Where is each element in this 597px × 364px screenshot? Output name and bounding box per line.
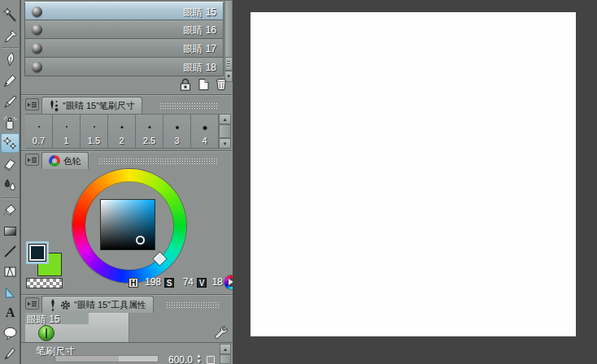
tool-blend[interactable] bbox=[1, 176, 20, 195]
brush-size-slider[interactable] bbox=[54, 355, 159, 362]
line-icon bbox=[2, 244, 18, 259]
brush-size-panel-title: "眼睛 15"笔刷尺寸 bbox=[63, 100, 135, 112]
subtool-scrollbar-thumb[interactable] bbox=[224, 57, 233, 71]
subtool-label: 眼睛 17 bbox=[183, 42, 216, 56]
magic-wand-icon bbox=[2, 7, 18, 23]
tool-gradient[interactable] bbox=[1, 221, 20, 240]
tool-property-menu-button[interactable] bbox=[25, 297, 39, 310]
header-texture bbox=[159, 102, 219, 110]
tool-brush[interactable] bbox=[1, 92, 20, 111]
foreground-color-swatch[interactable] bbox=[26, 241, 49, 264]
canvas[interactable] bbox=[251, 12, 576, 336]
trash-icon bbox=[214, 77, 229, 92]
sv-cursor[interactable] bbox=[136, 236, 145, 245]
size-preview-dot bbox=[148, 126, 150, 128]
dynamics-toggle-button[interactable] bbox=[207, 356, 215, 364]
subtool-label: 眼睛 16 bbox=[183, 24, 216, 37]
pencil-icon bbox=[2, 73, 18, 89]
tool-airbrush[interactable] bbox=[1, 113, 20, 132]
color-panel-menu-button[interactable] bbox=[25, 154, 39, 166]
property-scrollbar[interactable] bbox=[220, 354, 231, 364]
brush-size-option[interactable]: 1.5 bbox=[81, 114, 108, 149]
brush-icon bbox=[2, 94, 18, 110]
hue-key[interactable]: H bbox=[129, 278, 138, 288]
wrench-icon bbox=[212, 324, 229, 340]
subtool-preview-box[interactable]: 眼睛 15 bbox=[25, 313, 129, 342]
subtool-row[interactable]: 眼睛 18 bbox=[24, 58, 224, 76]
tool-object[interactable] bbox=[1, 283, 20, 302]
brush-size-scroll-down-button[interactable]: ▼ bbox=[219, 138, 231, 149]
delete-subtool-button[interactable] bbox=[214, 77, 229, 92]
size-preview-dot bbox=[66, 126, 68, 128]
brush-size-option[interactable]: 4 bbox=[191, 114, 219, 149]
object-arrow-icon bbox=[2, 285, 18, 301]
new-subtool-button[interactable] bbox=[196, 77, 211, 92]
airbrush-icon bbox=[2, 115, 18, 131]
tab-brush-size[interactable]: "眼睛 15"笔刷尺寸 bbox=[41, 97, 142, 114]
spinner-down-button[interactable]: ▼ bbox=[196, 358, 202, 364]
subtool-row[interactable]: 眼睛 17 bbox=[24, 39, 224, 58]
value-value[interactable]: 18 bbox=[205, 276, 223, 288]
tool-magic-wand[interactable] bbox=[1, 5, 20, 24]
text-tool-icon: A bbox=[6, 306, 15, 319]
tab-tool-property[interactable]: "眼睛 15"工具属性 bbox=[41, 296, 154, 313]
brush-tip-tab-icon bbox=[49, 298, 57, 311]
header-texture bbox=[98, 158, 219, 165]
tool-pencil[interactable] bbox=[1, 71, 20, 90]
tool-line-correction[interactable] bbox=[1, 344, 20, 363]
gradient-icon bbox=[2, 223, 18, 239]
size-preview-dot bbox=[38, 126, 40, 128]
spinner-up-button[interactable]: ▲ bbox=[196, 353, 202, 358]
tool-decoration[interactable] bbox=[1, 133, 20, 153]
brush-size-panel-menu-button[interactable] bbox=[25, 98, 39, 110]
tool-settings-button[interactable] bbox=[212, 324, 229, 340]
brush-tip-icon bbox=[32, 6, 42, 17]
lock-icon bbox=[178, 77, 193, 92]
brush-size-option[interactable]: 0.7 bbox=[25, 114, 53, 149]
tool-text[interactable]: A bbox=[1, 303, 20, 323]
brush-size-option[interactable]: 2 bbox=[108, 114, 136, 149]
saturation-value-picker[interactable] bbox=[100, 199, 155, 250]
hue-value[interactable]: 198 bbox=[138, 276, 161, 288]
brush-size-icon bbox=[49, 99, 59, 112]
size-value: 3 bbox=[163, 136, 190, 145]
tab-color-wheel[interactable]: 色轮 bbox=[41, 152, 89, 169]
color-wheel-tab-icon bbox=[49, 155, 60, 167]
eraser-icon bbox=[2, 157, 18, 172]
lock-button[interactable] bbox=[178, 77, 193, 92]
tool-frame[interactable] bbox=[1, 262, 20, 281]
tool-property-title: "眼睛 15"工具属性 bbox=[74, 299, 146, 311]
tool-eyedropper[interactable] bbox=[1, 27, 20, 46]
size-value: 2.5 bbox=[136, 136, 163, 145]
property-scroll-up-button[interactable]: ▲ bbox=[220, 344, 231, 354]
brush-size-scroll-up-button[interactable]: ▲ bbox=[219, 114, 231, 124]
size-value: 1.5 bbox=[81, 136, 107, 145]
tool-line[interactable] bbox=[1, 241, 20, 261]
brush-size-option[interactable]: 3 bbox=[163, 114, 191, 149]
tool-balloon[interactable] bbox=[1, 323, 20, 343]
transparent-color-swatch[interactable] bbox=[26, 278, 63, 288]
tool-eraser[interactable] bbox=[1, 154, 20, 174]
gear-icon bbox=[60, 300, 71, 310]
brush-size-option[interactable]: 2.5 bbox=[136, 114, 163, 149]
workspace-background bbox=[233, 0, 597, 364]
tool-bucket[interactable] bbox=[1, 200, 20, 219]
subtool-row[interactable]: 眼睛 15 bbox=[24, 2, 224, 20]
subtool-row[interactable]: 眼睛 16 bbox=[24, 20, 224, 39]
brush-tip-icon bbox=[32, 24, 42, 35]
saturation-value[interactable]: 74 bbox=[176, 276, 194, 288]
size-value: 4 bbox=[191, 136, 218, 145]
brush-size-option[interactable]: 1 bbox=[53, 114, 81, 149]
subtool-label: 眼睛 18 bbox=[183, 61, 216, 75]
brush-size-scrollbar[interactable] bbox=[219, 124, 231, 138]
pen-icon bbox=[2, 52, 18, 67]
subtool-label: 眼睛 15 bbox=[183, 6, 216, 20]
down-arrow-icon: ▼ bbox=[223, 141, 228, 146]
tool-pen[interactable] bbox=[1, 50, 20, 69]
saturation-key[interactable]: S bbox=[164, 278, 174, 288]
size-preview-dot bbox=[120, 126, 123, 128]
toolbar-divider bbox=[2, 197, 19, 198]
color-panel-title: 色轮 bbox=[63, 155, 81, 167]
brush-size-value[interactable]: 600.0 bbox=[163, 354, 193, 364]
bucket-icon bbox=[2, 202, 18, 218]
